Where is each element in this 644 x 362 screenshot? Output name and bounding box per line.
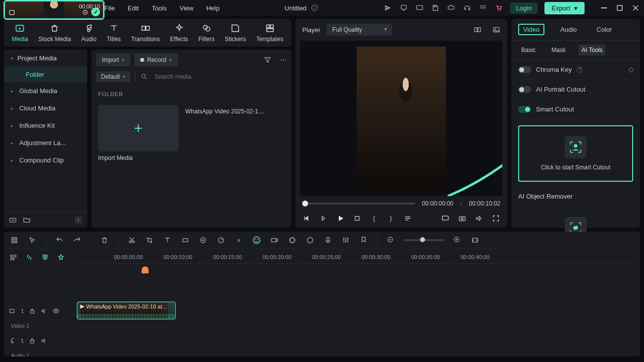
picture-icon[interactable] [492,26,500,34]
audio-track-icon[interactable] [9,337,16,344]
zoom-out-icon[interactable] [386,236,395,245]
display-icon[interactable] [441,214,450,223]
media-clip-tile[interactable]: 00:00:10 ✓ WhatsApp Video 2025-02-10... [185,105,266,161]
snapshot-icon[interactable] [458,214,467,223]
ai-icon[interactable] [252,236,261,245]
cut-icon[interactable] [127,236,136,245]
align-icon[interactable] [9,253,18,262]
send-icon[interactable] [383,3,392,12]
smart-cutout-toggle[interactable] [518,106,531,113]
menu-view[interactable]: View [179,4,193,12]
maximize-icon[interactable] [616,4,623,11]
lock-icon[interactable] [29,308,36,314]
menu-edit[interactable]: Edit [128,4,139,12]
login-button[interactable]: Login [510,2,538,14]
auto-icon[interactable] [56,253,65,262]
strip-filters[interactable]: Filters [197,22,217,44]
timeline-clip[interactable]: ▶WhatsApp Video 2025-02-10 at... [77,302,176,319]
prev-frame-icon[interactable] [302,214,311,223]
new-folder-icon[interactable] [9,216,17,224]
import-media-tile[interactable]: + Import Media [98,105,178,161]
trash-icon[interactable] [100,236,109,245]
sidebar-compound-clip[interactable]: Compound Clip [4,152,87,169]
more-icon[interactable]: ⋯ [280,56,286,63]
sidebar-cloud-media[interactable]: Cloud Media [4,100,87,117]
list-icon[interactable] [403,214,412,223]
scrub-track[interactable] [302,203,415,205]
menu-tools[interactable]: Tools [152,4,166,12]
more-tools-icon[interactable]: » [234,236,243,245]
mixer-icon[interactable] [341,236,350,245]
tab-video[interactable]: Video [518,24,544,35]
cloud-icon[interactable] [447,3,456,12]
pointer-icon[interactable] [28,236,37,245]
tab-color[interactable]: Color [592,24,616,35]
tab-audio[interactable]: Audio [556,24,581,35]
save-icon[interactable] [431,3,440,12]
strip-effects[interactable]: Effects [168,22,190,44]
headphones-icon[interactable] [463,3,472,12]
marker-icon[interactable] [359,236,368,245]
info-icon[interactable]: ? [577,67,583,73]
import-dropdown[interactable]: Import▾ [96,53,130,66]
mark-out-icon[interactable]: } [386,214,395,223]
rect-icon[interactable] [181,236,190,245]
mute-icon[interactable] [41,308,48,314]
link-icon[interactable] [25,253,34,262]
menu-help[interactable]: Help [206,4,219,12]
strip-titles[interactable]: Titles [105,22,122,44]
color-icon[interactable] [199,236,208,245]
camera-tool-icon[interactable] [270,236,279,245]
export-button[interactable]: Export ▾ [544,2,585,14]
chroma-key-toggle[interactable] [518,66,531,73]
scrub-knob-icon[interactable] [302,201,308,207]
eye-icon[interactable] [53,308,59,314]
strip-templates[interactable]: Templates [254,22,285,44]
close-icon[interactable] [632,4,639,11]
crop-icon[interactable] [145,236,154,245]
subtab-basic[interactable]: Basic [518,45,538,55]
player-scrubber[interactable]: 00:00:00:00 / 00:00:10:02 [295,196,507,211]
minimize-icon[interactable] [600,4,607,11]
hex-icon[interactable] [306,236,315,245]
magnet-icon[interactable] [41,253,50,262]
keyframe-icon[interactable] [628,67,634,72]
dot-icon[interactable] [288,236,297,245]
fit-icon[interactable] [471,236,480,245]
timeline-tracks[interactable]: 1 ▶WhatsApp Video 2025-02-10 at... Video… [4,264,640,357]
monitor-icon[interactable] [415,3,424,12]
stop-icon[interactable] [353,214,362,223]
device-icon[interactable] [399,3,408,12]
mic-icon[interactable] [323,236,332,245]
start-smart-cutout-button[interactable]: Click to start Smart Cutout [518,125,633,182]
mute-icon[interactable] [41,337,48,344]
lock-icon[interactable] [29,337,36,344]
subtab-mask[interactable]: Mask [548,45,569,55]
sidebar-folder[interactable]: Folder [4,67,87,82]
text-icon[interactable] [163,236,172,245]
add-folder-icon[interactable] [23,216,31,224]
sort-default-dropdown[interactable]: Default▾ [96,71,130,82]
video-track-icon[interactable] [9,308,16,314]
quality-dropdown[interactable]: Full Quality [326,24,392,36]
timeline-ruler[interactable]: 00:00:05:00 00:00:10:00 00:00:15:00 00:0… [74,251,635,264]
speed-icon[interactable] [216,236,225,245]
collapse-sidebar-icon[interactable]: ‹ [75,216,82,224]
redo-icon[interactable] [73,236,82,245]
search-input[interactable] [153,70,286,83]
ai-portrait-toggle[interactable] [518,86,531,93]
strip-stickers[interactable]: Stickers [223,22,248,44]
strip-transitions[interactable]: Transitions [129,22,161,44]
grid-icon[interactable] [10,236,19,245]
undo-icon[interactable] [55,236,64,245]
fullscreen-icon[interactable] [491,214,500,223]
sidebar-adjustment-layer[interactable]: Adjustment La... [4,134,87,152]
cart-icon[interactable] [494,3,503,12]
apps-icon[interactable] [479,3,487,12]
menu-file[interactable]: File [105,4,115,12]
zoom-slider[interactable] [404,239,444,241]
strip-media[interactable]: Media [10,22,30,44]
play-icon[interactable] [336,214,345,223]
record-dropdown[interactable]: Record▾ [134,53,178,66]
zoom-in-icon[interactable] [453,236,462,245]
